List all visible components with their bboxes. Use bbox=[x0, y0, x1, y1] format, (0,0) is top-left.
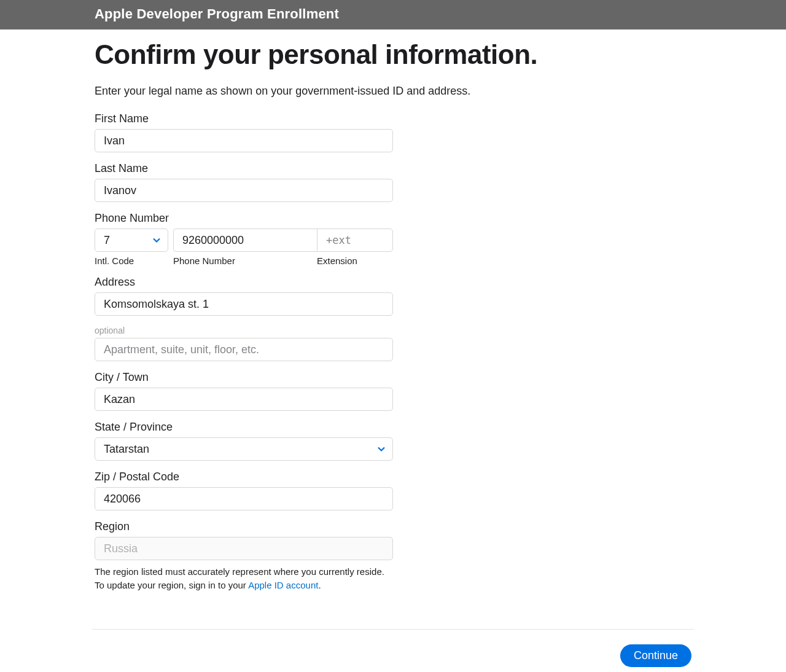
first-name-input[interactable] bbox=[95, 129, 393, 152]
region-helper-pre: The region listed must accurately repres… bbox=[95, 566, 384, 590]
apple-id-account-link[interactable]: Apple ID account bbox=[248, 580, 318, 590]
zip-input[interactable] bbox=[95, 487, 393, 510]
phone-label: Phone Number bbox=[95, 212, 393, 225]
city-input[interactable] bbox=[95, 388, 393, 411]
field-last-name: Last Name bbox=[95, 162, 393, 202]
field-state: State / Province Tatarstan bbox=[95, 421, 393, 461]
phone-ext-input[interactable] bbox=[317, 229, 393, 252]
region-input bbox=[95, 537, 393, 560]
region-helper-post: . bbox=[318, 580, 321, 590]
phone-number-sublabel: Phone Number bbox=[173, 256, 317, 266]
state-label: State / Province bbox=[95, 421, 393, 434]
field-city: City / Town bbox=[95, 371, 393, 411]
first-name-label: First Name bbox=[95, 112, 393, 125]
field-region: Region The region listed must accurately… bbox=[95, 520, 393, 592]
field-zip: Zip / Postal Code bbox=[95, 471, 393, 510]
phone-number-input[interactable] bbox=[173, 229, 317, 252]
region-label: Region bbox=[95, 520, 393, 533]
header-bar: Apple Developer Program Enrollment bbox=[0, 0, 786, 29]
form: First Name Last Name Phone Number 7 bbox=[95, 112, 393, 592]
footer: Continue bbox=[92, 629, 694, 672]
zip-label: Zip / Postal Code bbox=[95, 471, 393, 483]
last-name-label: Last Name bbox=[95, 162, 393, 175]
field-phone: Phone Number 7 Intl. Code bbox=[95, 212, 393, 266]
field-first-name: First Name bbox=[95, 112, 393, 152]
address-label: Address bbox=[95, 276, 393, 289]
page-title: Confirm your personal information. bbox=[95, 39, 694, 70]
address2-optional-label: optional bbox=[95, 326, 393, 335]
address-input[interactable] bbox=[95, 292, 393, 316]
field-address2: optional bbox=[95, 326, 393, 361]
address2-input[interactable] bbox=[95, 338, 393, 361]
continue-button[interactable]: Continue bbox=[620, 644, 691, 667]
page-description: Enter your legal name as shown on your g… bbox=[95, 84, 694, 99]
intl-code-sublabel: Intl. Code bbox=[95, 256, 173, 266]
state-select[interactable]: Tatarstan bbox=[95, 437, 393, 461]
region-helper-text: The region listed must accurately repres… bbox=[95, 565, 393, 592]
intl-code-select[interactable]: 7 bbox=[95, 229, 168, 252]
city-label: City / Town bbox=[95, 371, 393, 384]
extension-sublabel: Extension bbox=[317, 256, 393, 266]
header-title: Apple Developer Program Enrollment bbox=[92, 6, 694, 22]
field-address: Address bbox=[95, 276, 393, 316]
last-name-input[interactable] bbox=[95, 179, 393, 202]
